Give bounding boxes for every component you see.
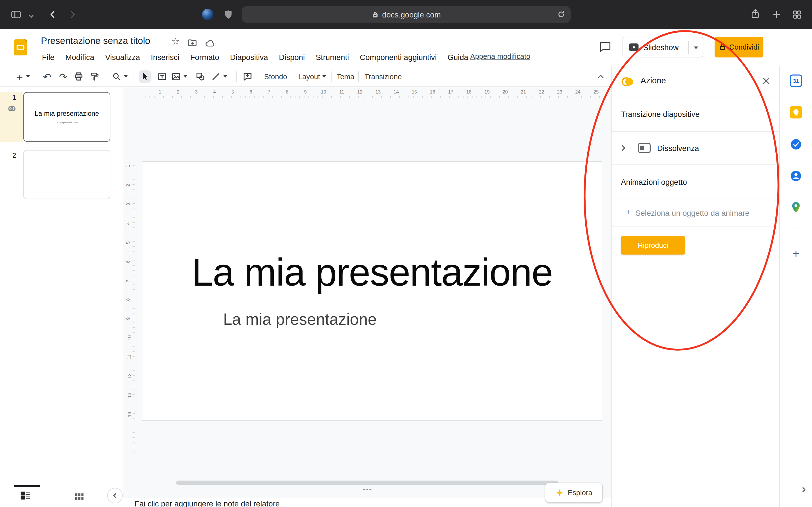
grid-view-icon[interactable]	[73, 491, 85, 504]
slideshow-split-divider	[688, 41, 689, 54]
zoom-dropdown-icon[interactable]	[124, 75, 128, 77]
menu-item-modifica[interactable]: Modifica	[65, 52, 94, 61]
insert-shape-icon[interactable]	[194, 70, 207, 83]
calendar-icon[interactable]: 31	[790, 74, 802, 87]
panel-divider	[612, 199, 779, 199]
insert-comment-icon[interactable]	[241, 70, 254, 83]
ruler-v-number: 5	[125, 241, 131, 244]
slideshow-dropdown-icon[interactable]	[694, 47, 698, 49]
ruler-v-number: 8	[125, 298, 131, 301]
layout-dropdown-icon[interactable]	[322, 75, 326, 77]
reload-icon[interactable]	[557, 10, 565, 20]
slideshow-button[interactable]: Slideshow	[622, 37, 703, 57]
collapse-filmstrip-button[interactable]	[107, 488, 123, 503]
text-box-icon[interactable]	[156, 70, 168, 83]
slide-editor[interactable]: La mia presentazione La mia presentazion…	[142, 161, 602, 420]
cloud-status-icon[interactable]	[205, 39, 216, 50]
select-tool-icon[interactable]	[139, 70, 151, 83]
back-icon[interactable]	[48, 9, 58, 22]
tls-lock-icon	[371, 11, 378, 18]
transition-value[interactable]: Dissolvenza	[657, 144, 699, 153]
ruler-h-number: 2	[177, 90, 179, 95]
slides-logo[interactable]	[14, 40, 27, 55]
layout-button[interactable]: Layout	[298, 72, 320, 80]
insert-line-icon[interactable]	[210, 70, 222, 83]
line-dropdown-icon[interactable]	[223, 75, 227, 77]
undo-icon[interactable]: ↶	[41, 70, 53, 83]
keep-icon[interactable]	[790, 106, 802, 119]
redo-icon[interactable]: ↷	[57, 70, 69, 83]
app-header: Presentazione senza titolo ☆ FileModific…	[0, 29, 812, 66]
menu-item-componenti-aggiuntivi[interactable]: Componenti aggiuntivi	[360, 52, 437, 61]
extension-orb-icon[interactable]	[202, 9, 213, 20]
tab-overview-icon[interactable]	[792, 9, 802, 22]
menu-item-visualizza[interactable]: Visualizza	[105, 52, 140, 61]
insert-slide-dropdown-icon[interactable]	[26, 75, 30, 77]
sidebar-chevron-down-icon[interactable]	[29, 12, 34, 21]
close-panel-icon[interactable]	[762, 76, 770, 88]
menu-item-strumenti[interactable]: Strumenti	[316, 52, 349, 61]
paint-format-icon[interactable]	[89, 70, 101, 83]
collapse-toolbar-icon[interactable]	[595, 70, 607, 83]
expand-transition-chevron-icon[interactable]	[619, 144, 628, 155]
contacts-icon[interactable]	[790, 170, 802, 184]
tasks-icon[interactable]	[790, 138, 802, 152]
thumbnail-subtitle: La mia presentazione	[24, 121, 110, 124]
menu-item-disponi[interactable]: Disponi	[279, 52, 305, 61]
slides-logo-inner	[17, 45, 24, 50]
share-page-icon[interactable]	[750, 8, 761, 22]
theme-button[interactable]: Tema	[337, 72, 354, 80]
slide-title-text[interactable]: La mia presentazione	[142, 250, 602, 294]
menu-item-diapositiva[interactable]: Diapositiva	[230, 52, 268, 61]
workspace: 1 La mia presentazione La mia presentazi…	[0, 87, 611, 507]
browser-toolbar: docs.google.com	[0, 0, 812, 29]
add-addon-icon[interactable]: +	[793, 248, 799, 260]
address-bar[interactable]: docs.google.com	[242, 6, 571, 23]
menu-item-guida[interactable]: Guida	[448, 52, 468, 61]
insert-image-icon[interactable]	[170, 70, 182, 83]
transition-button[interactable]: Transizione	[364, 72, 402, 80]
ruler-v-number: 12	[127, 374, 132, 379]
share-button[interactable]: Condividi	[715, 37, 763, 57]
menu-item-file[interactable]: File	[42, 52, 54, 61]
select-object-to-animate[interactable]: Seleziona un oggetto da animare	[636, 209, 749, 217]
notes-resize-handle[interactable]: •••	[355, 487, 380, 493]
privacy-shield-icon[interactable]	[223, 9, 234, 22]
filmstrip-view-icon[interactable]	[20, 490, 31, 503]
expand-rail-icon[interactable]	[800, 486, 808, 496]
print-icon[interactable]	[72, 70, 85, 83]
filmstrip: 1 La mia presentazione La mia presentazi…	[0, 87, 123, 507]
menu-item-formato[interactable]: Formato	[190, 52, 219, 61]
insert-slide-button[interactable]: +	[13, 70, 26, 83]
add-animation-plus-icon[interactable]: +	[626, 207, 631, 218]
background-button[interactable]: Sfondo	[264, 72, 287, 80]
document-title[interactable]: Presentazione senza titolo	[41, 36, 150, 47]
slide-transition-section-label[interactable]: Transizione diapositive	[621, 110, 700, 118]
object-animations-section-label[interactable]: Animazioni oggetto	[621, 177, 687, 186]
filmstrip-view-active-indicator	[14, 485, 40, 487]
image-dropdown-icon[interactable]	[183, 75, 188, 77]
comment-history-icon[interactable]	[598, 40, 612, 55]
slide-2-thumbnail[interactable]	[23, 150, 110, 199]
slide-1-thumbnail[interactable]: La mia presentazione La mia presentazion…	[23, 92, 110, 142]
last-modified-link[interactable]: Appena modificato	[470, 52, 530, 61]
sidebar-toggle-icon[interactable]	[10, 9, 22, 22]
selected-slide-gutter	[0, 92, 23, 142]
forward-icon[interactable]	[67, 9, 78, 22]
speaker-notes-placeholder[interactable]: Fai clic per aggiungere le note del rela…	[135, 499, 280, 507]
motion-panel: Azione Transizione diapositive Dissolven…	[611, 66, 779, 507]
horizontal-scrollbar[interactable]	[176, 481, 558, 485]
play-button[interactable]: Riproduci	[621, 236, 685, 255]
explore-button[interactable]: Esplora	[545, 483, 602, 503]
toolbar-divider	[332, 71, 332, 82]
star-icon[interactable]: ☆	[171, 37, 180, 46]
zoom-icon[interactable]	[110, 70, 123, 83]
move-folder-icon[interactable]	[188, 37, 197, 49]
panel-divider	[612, 131, 779, 132]
ruler-h-number: 23	[557, 90, 562, 95]
maps-icon[interactable]	[790, 201, 802, 216]
slide-subtitle-text[interactable]: La mia presentazione	[223, 311, 377, 329]
menu-item-inserisci[interactable]: Inserisci	[151, 52, 179, 61]
toolbar-divider	[257, 71, 257, 82]
new-tab-icon[interactable]	[771, 9, 781, 22]
